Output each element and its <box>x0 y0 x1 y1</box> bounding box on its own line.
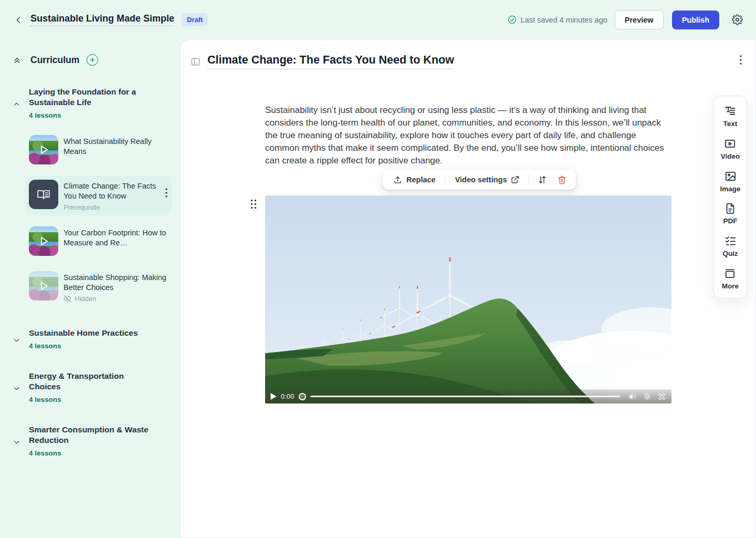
book-open-icon <box>37 188 50 201</box>
block-drag-handle[interactable] <box>251 200 256 209</box>
chevron-down-icon <box>13 330 20 350</box>
video-player[interactable]: 0:00 <box>265 195 671 404</box>
video-thumbnail <box>29 271 58 301</box>
plus-icon <box>89 57 96 63</box>
reorder-button[interactable] <box>533 172 551 188</box>
page-title[interactable]: Climate Change: The Facts You Need to Kn… <box>207 54 454 69</box>
curriculum-heading: Curriculum <box>30 55 79 66</box>
fullscreen-icon <box>658 392 666 401</box>
section-toggle[interactable]: Smarter Consumption & Waste Reduction 4 … <box>13 425 172 457</box>
delete-block-button[interactable] <box>553 172 571 188</box>
section-toggle[interactable]: Sustainable Home Practices 4 lessons <box>13 328 172 350</box>
chevron-left-icon <box>14 15 24 25</box>
section-title: Energy & Transportation Choices <box>29 371 155 392</box>
insert-image-button[interactable]: Image <box>720 170 740 193</box>
lesson-item-hidden[interactable]: Sustainable Shopping: Making Better Choi… <box>25 267 172 307</box>
pdf-document-icon <box>724 203 736 214</box>
external-link-icon <box>511 175 519 184</box>
upload-icon <box>393 175 402 184</box>
check-circle-icon <box>508 15 517 24</box>
insert-quiz-label: Quiz <box>722 250 738 257</box>
up-down-arrows-icon <box>538 175 547 184</box>
player-settings-button[interactable] <box>643 392 652 401</box>
lesson-paragraph[interactable]: Sustainability isn’t just about recyclin… <box>265 104 673 167</box>
chevron-up-icon <box>13 89 20 119</box>
insert-quiz-button[interactable]: Quiz <box>722 235 738 257</box>
section-lesson-count: 4 lessons <box>29 342 138 350</box>
progress-track[interactable] <box>310 396 620 397</box>
video-timestamp: 0:00 <box>281 393 295 400</box>
video-icon <box>724 138 736 150</box>
lesson-title: Your Carbon Footprint: How to Measure an… <box>64 228 169 248</box>
preview-button[interactable]: Preview <box>615 11 664 29</box>
section-toggle[interactable]: Laying the Foundation for a Sustainable … <box>13 87 172 119</box>
save-status: Last saved 4 minutes ago <box>508 15 607 24</box>
hidden-status: Hidden <box>64 295 169 303</box>
topbar: Sustainable Living Made Simple Draft Las… <box>0 0 756 39</box>
insert-text-button[interactable]: Text <box>723 105 738 128</box>
section-title: Laying the Foundation for a Sustainable … <box>29 87 155 108</box>
section-title: Sustainable Home Practices <box>29 328 138 338</box>
lesson-title: What Sustainability Really Means <box>64 137 169 157</box>
trash-icon <box>558 175 566 184</box>
replace-button[interactable]: Replace <box>388 172 441 188</box>
video-thumbnail <box>29 135 58 164</box>
course-title[interactable]: Sustainable Living Made Simple <box>30 13 174 26</box>
insert-pdf-label: PDF <box>723 217 738 225</box>
more-blocks-icon <box>724 267 736 280</box>
section-lesson-count: 4 lessons <box>29 449 155 457</box>
lesson-title: Sustainable Shopping: Making Better Choi… <box>64 273 169 293</box>
replace-label: Replace <box>406 175 436 184</box>
collapse-all-button[interactable] <box>13 56 22 65</box>
play-button[interactable] <box>270 393 277 400</box>
video-settings-button[interactable]: Video settings <box>450 172 525 187</box>
fullscreen-button[interactable] <box>658 392 666 401</box>
lesson-item[interactable]: Your Carbon Footprint: How to Measure an… <box>25 222 172 260</box>
section-lesson-count: 4 lessons <box>29 396 155 404</box>
kebab-icon <box>740 55 742 65</box>
volume-icon <box>628 392 637 401</box>
add-section-button[interactable] <box>87 54 98 66</box>
lesson-status: Prerequisite <box>64 203 159 211</box>
publish-button[interactable]: Publish <box>672 11 719 29</box>
chevron-down-icon <box>13 427 20 457</box>
video-controls: 0:00 <box>265 389 671 404</box>
section-title: Smarter Consumption & Waste Reduction <box>29 425 155 446</box>
lesson-item-selected[interactable]: Climate Change: The Facts You Need to Kn… <box>25 175 172 215</box>
image-icon <box>724 170 737 182</box>
play-icon <box>270 393 277 400</box>
lesson-item[interactable]: What Sustainability Really Means <box>25 131 172 169</box>
divider <box>445 174 446 185</box>
lesson-title: Climate Change: The Facts You Need to Kn… <box>64 181 159 201</box>
insert-image-label: Image <box>720 185 740 193</box>
reading-thumbnail <box>29 180 58 209</box>
insert-text-label: Text <box>723 120 738 128</box>
panel-toggle-button[interactable] <box>191 57 201 67</box>
eye-off-icon <box>64 295 71 303</box>
double-chevron-up-icon <box>13 56 22 65</box>
video-block-toolbar: Replace Video settings <box>383 170 576 190</box>
lesson-header: Climate Change: The Facts You Need to Kn… <box>191 54 454 69</box>
divider <box>529 174 529 185</box>
hidden-label: Hidden <box>75 295 96 303</box>
lesson-kebab-menu[interactable] <box>164 186 169 200</box>
play-icon <box>29 271 58 301</box>
text-icon <box>724 105 736 117</box>
playhead-handle[interactable] <box>299 393 306 400</box>
insert-pdf-button[interactable]: PDF <box>723 203 738 225</box>
insert-more-label: More <box>722 282 739 290</box>
panel-icon <box>191 57 201 67</box>
save-status-text: Last saved 4 minutes ago <box>521 16 607 24</box>
settings-button[interactable] <box>729 12 746 28</box>
back-button[interactable] <box>12 13 26 27</box>
insert-more-button[interactable]: More <box>722 267 739 290</box>
curriculum-section: Energy & Transportation Choices 4 lesson… <box>13 371 172 404</box>
insert-video-button[interactable]: Video <box>721 138 740 160</box>
status-badge: Draft <box>182 13 208 26</box>
quiz-checklist-icon <box>724 235 737 247</box>
play-icon <box>29 226 58 256</box>
section-toggle[interactable]: Energy & Transportation Choices 4 lesson… <box>13 371 172 404</box>
lesson-options-menu[interactable] <box>740 55 742 65</box>
topbar-actions: Last saved 4 minutes ago Preview Publish <box>508 11 746 29</box>
volume-button[interactable] <box>628 392 637 401</box>
